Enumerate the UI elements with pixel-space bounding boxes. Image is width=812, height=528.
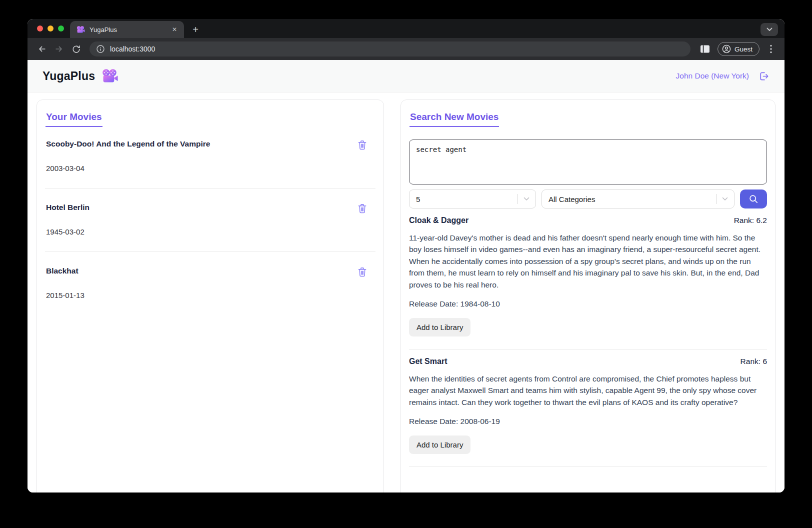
result-limit-value: 5 — [416, 195, 514, 204]
site-info-icon[interactable] — [96, 45, 104, 53]
search-controls: 5 All Categories — [409, 190, 767, 208]
tab-search-chevron-button[interactable] — [760, 23, 778, 36]
profile-label: Guest — [734, 46, 752, 53]
delete-movie-button[interactable] — [357, 203, 368, 216]
user-name: John Doe (New York) — [676, 72, 749, 80]
side-panel-button[interactable] — [698, 42, 712, 56]
movie-title: Blackhat — [46, 266, 84, 276]
logout-icon — [758, 70, 770, 82]
result-limit-select[interactable]: 5 — [409, 190, 536, 208]
delete-movie-button[interactable] — [357, 140, 368, 152]
list-item: Get Smart Rank: 6 When the identities of… — [409, 357, 767, 467]
back-button[interactable] — [34, 42, 50, 56]
movie-title: Scooby-Doo! And the Legend of the Vampir… — [46, 140, 210, 148]
arrow-left-icon — [37, 44, 47, 54]
close-window-button[interactable] — [37, 26, 43, 32]
chevron-down-icon — [722, 197, 728, 201]
arrow-right-icon — [54, 44, 64, 54]
user-area: John Doe (New York) — [676, 70, 770, 82]
brand-title: YugaPlus — [42, 70, 95, 83]
chevron-down-icon — [766, 28, 772, 32]
movie-date: 1945-03-02 — [46, 228, 90, 236]
trash-icon — [357, 266, 368, 278]
result-divider — [409, 466, 767, 467]
trash-icon — [357, 140, 368, 150]
side-panel-icon — [700, 44, 710, 54]
browser-window: YugaPlus ✕ + — [28, 19, 784, 492]
movie-title: Hotel Berlin — [46, 203, 90, 212]
movie-divider — [45, 188, 376, 188]
select-divider — [716, 194, 716, 204]
result-description: 11-year-old Davey's mother is dead and h… — [409, 232, 767, 290]
result-title: Get Smart — [409, 357, 447, 366]
movie-date: 2003-03-04 — [46, 164, 210, 172]
browser-tab[interactable]: YugaPlus ✕ — [70, 21, 184, 38]
select-divider — [518, 194, 518, 204]
movie-info: Scooby-Doo! And the Legend of the Vampir… — [46, 140, 210, 172]
traffic-lights — [37, 26, 64, 32]
result-release-date: Release Date: 2008-06-19 — [409, 417, 767, 426]
search-button[interactable] — [740, 190, 767, 208]
profile-button[interactable]: Guest — [718, 42, 760, 56]
brand: YugaPlus — [42, 69, 118, 84]
result-head: Cloak & Dagger Rank: 6.2 — [409, 216, 767, 225]
your-movies-title: Your Movies — [46, 112, 102, 127]
result-rank: Rank: 6 — [740, 357, 767, 366]
minimize-window-button[interactable] — [48, 26, 54, 32]
your-movies-panel: Your Movies Scooby-Doo! And the Legend o… — [36, 100, 384, 492]
maximize-window-button[interactable] — [58, 26, 64, 32]
app-header: YugaPlus John Doe (New York) — [28, 60, 784, 92]
new-tab-button[interactable]: + — [188, 22, 203, 37]
guest-avatar-icon — [722, 44, 731, 54]
tab-close-icon[interactable]: ✕ — [170, 25, 179, 34]
movie-row: Blackhat 2015-01-13 — [45, 266, 376, 300]
list-item: Blackhat 2015-01-13 — [45, 266, 376, 300]
result-divider — [409, 349, 767, 350]
main-content: Your Movies Scooby-Doo! And the Legend o… — [28, 92, 784, 492]
result-title: Cloak & Dagger — [409, 216, 468, 225]
search-movies-title: Search New Movies — [410, 112, 499, 127]
result-release-date: Release Date: 1984-08-10 — [409, 300, 767, 308]
tab-title: YugaPlus — [90, 26, 166, 34]
add-to-library-button[interactable]: Add to Library — [409, 436, 470, 454]
delete-movie-button[interactable] — [357, 266, 368, 279]
search-icon — [748, 194, 758, 204]
list-item: Hotel Berlin 1945-03-02 — [45, 203, 376, 252]
category-select[interactable]: All Categories — [542, 190, 734, 208]
list-item: Cloak & Dagger Rank: 6.2 11-year-old Dav… — [409, 216, 767, 350]
search-movies-panel: Search New Movies secret agent 5 All Cat… — [400, 100, 776, 492]
search-results: Cloak & Dagger Rank: 6.2 11-year-old Dav… — [409, 216, 767, 467]
movie-camera-logo-icon — [102, 69, 118, 84]
result-head: Get Smart Rank: 6 — [409, 357, 767, 366]
result-description: When the identities of secret agents fro… — [409, 373, 767, 408]
movie-list: Scooby-Doo! And the Legend of the Vampir… — [45, 140, 376, 300]
movie-info: Hotel Berlin 1945-03-02 — [46, 203, 90, 236]
favicon-movie-camera-icon — [76, 26, 85, 34]
address-bar[interactable]: localhost:3000 — [90, 42, 690, 56]
forward-button[interactable] — [52, 42, 66, 56]
movie-date: 2015-01-13 — [46, 291, 84, 300]
movie-info: Blackhat 2015-01-13 — [46, 266, 84, 300]
category-value: All Categories — [548, 195, 712, 204]
movie-row: Scooby-Doo! And the Legend of the Vampir… — [45, 140, 376, 172]
url-text: localhost:3000 — [110, 45, 155, 53]
movie-row: Hotel Berlin 1945-03-02 — [45, 203, 376, 236]
list-item: Scooby-Doo! And the Legend of the Vampir… — [45, 140, 376, 188]
tab-strip: YugaPlus ✕ + — [28, 19, 784, 38]
browser-menu-button[interactable] — [764, 42, 778, 56]
add-to-library-button[interactable]: Add to Library — [409, 318, 470, 336]
browser-toolbar: localhost:3000 Guest — [28, 38, 784, 60]
movie-divider — [45, 252, 376, 252]
kebab-menu-icon — [770, 44, 772, 54]
search-query-input[interactable]: secret agent — [409, 140, 767, 184]
result-rank: Rank: 6.2 — [734, 216, 767, 225]
trash-icon — [357, 203, 368, 214]
reload-icon — [72, 44, 81, 54]
logout-button[interactable] — [758, 70, 770, 82]
reload-button[interactable] — [68, 42, 84, 56]
chevron-down-icon — [524, 197, 530, 201]
